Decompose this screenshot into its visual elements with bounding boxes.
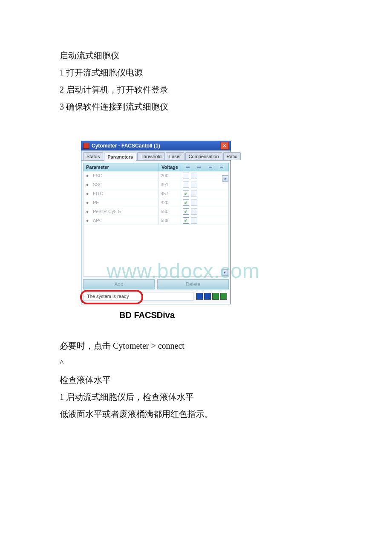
status-indicator [204, 293, 211, 300]
status-indicators [196, 293, 229, 300]
parameter-name: APC [91, 216, 159, 225]
table-row[interactable]: ● PerCP-Cy5-5 [84, 207, 229, 216]
voltage-input[interactable] [161, 191, 177, 196]
paragraph: 低液面水平或者废液桶满都用红色指示。 [60, 405, 332, 422]
voltage-input[interactable] [161, 173, 177, 178]
log-checkbox[interactable] [183, 199, 189, 206]
column-header-flags [181, 163, 228, 171]
tab-parameters[interactable]: Parameters [104, 153, 136, 161]
tab-threshold[interactable]: Threshold [137, 152, 165, 160]
status-text: The system is ready [83, 292, 193, 301]
table-row[interactable]: ● PE [84, 198, 229, 207]
parameter-name: SSC [91, 180, 159, 189]
paragraph: 2 启动计算机，打开软件登录 [60, 81, 332, 98]
row-marker: ● [84, 198, 92, 207]
row-marker: ● [84, 189, 92, 198]
row-dropdown[interactable] [191, 182, 197, 188]
scroll-up-button[interactable]: ▲ [222, 175, 228, 182]
flag-header-icon [186, 167, 190, 168]
close-button[interactable]: × [220, 142, 229, 150]
paragraph: 检查液体水平 [60, 371, 332, 388]
cytometer-window: Cytometer - FACSCantoII (1) × Status Par… [81, 141, 231, 304]
parameters-table: Parameter Voltage [83, 163, 229, 225]
log-checkbox[interactable] [183, 182, 189, 188]
row-marker: ● [84, 207, 92, 216]
column-header-voltage: Voltage [159, 163, 181, 171]
paragraph: ^ [60, 354, 332, 371]
table-row[interactable]: ● FSC [84, 171, 229, 180]
row-dropdown[interactable] [191, 217, 197, 224]
flag-header-icon [197, 167, 201, 168]
row-marker: ● [84, 180, 92, 189]
app-icon [83, 143, 89, 149]
delete-button[interactable]: Delete [157, 279, 229, 289]
row-dropdown[interactable] [191, 199, 197, 206]
paragraph: 必要时，点击 Cytometer > connect [60, 337, 332, 354]
figure-caption: BD FACSDiva [64, 310, 230, 320]
row-dropdown[interactable] [191, 208, 197, 215]
row-dropdown[interactable] [191, 191, 197, 197]
log-checkbox[interactable] [183, 191, 189, 197]
status-indicator [220, 293, 227, 300]
add-button[interactable]: Add [83, 279, 155, 289]
log-checkbox[interactable] [183, 217, 189, 224]
paragraph: 3 确保软件连接到流式细胞仪 [60, 98, 332, 115]
cytometer-window-screenshot: Cytometer - FACSCantoII (1) × Status Par… [81, 141, 230, 320]
table-row[interactable]: ● APC [84, 216, 229, 225]
column-header-parameter: Parameter [84, 163, 159, 171]
voltage-input[interactable] [161, 209, 177, 214]
tab-laser[interactable]: Laser [166, 152, 184, 160]
log-checkbox[interactable] [183, 173, 189, 179]
parameter-name: PE [91, 198, 159, 207]
tab-strip: Status Parameters Threshold Laser Compen… [81, 150, 231, 161]
table-row[interactable]: ● SSC [84, 180, 229, 189]
voltage-input[interactable] [161, 200, 177, 205]
scroll-down-button[interactable]: ▼ [222, 269, 228, 276]
log-checkbox[interactable] [183, 208, 189, 215]
status-bar: The system is ready [83, 292, 229, 302]
table-row[interactable]: ● FITC [84, 189, 229, 198]
status-indicator [212, 293, 219, 300]
window-title: Cytometer - FACSCantoII (1) [92, 143, 220, 149]
voltage-input[interactable] [161, 218, 177, 223]
status-indicator [196, 293, 203, 300]
parameter-name: FSC [91, 171, 159, 180]
paragraph: 启动流式细胞仪 [60, 47, 332, 64]
voltage-input[interactable] [161, 182, 177, 187]
table-empty-area: ▼ [83, 225, 229, 277]
tab-ratio[interactable]: Ratio [223, 152, 241, 160]
tab-compensation[interactable]: Compensation [185, 152, 222, 160]
row-dropdown[interactable] [191, 173, 197, 179]
parameter-name: PerCP-Cy5-5 [91, 207, 159, 216]
paragraph: 1 启动流式细胞仪后，检查液体水平 [60, 388, 332, 405]
tab-status[interactable]: Status [83, 152, 103, 160]
row-marker: ● [84, 171, 92, 180]
flag-header-icon [220, 167, 223, 168]
flag-header-icon [209, 167, 212, 168]
parameter-name: FITC [91, 189, 159, 198]
row-marker: ● [84, 216, 92, 225]
status-text-label: The system is ready [87, 294, 129, 299]
parameters-panel: ▲ Parameter Voltage [81, 161, 231, 304]
paragraph: 1 打开流式细胞仪电源 [60, 64, 332, 81]
window-titlebar: Cytometer - FACSCantoII (1) × [81, 141, 231, 150]
